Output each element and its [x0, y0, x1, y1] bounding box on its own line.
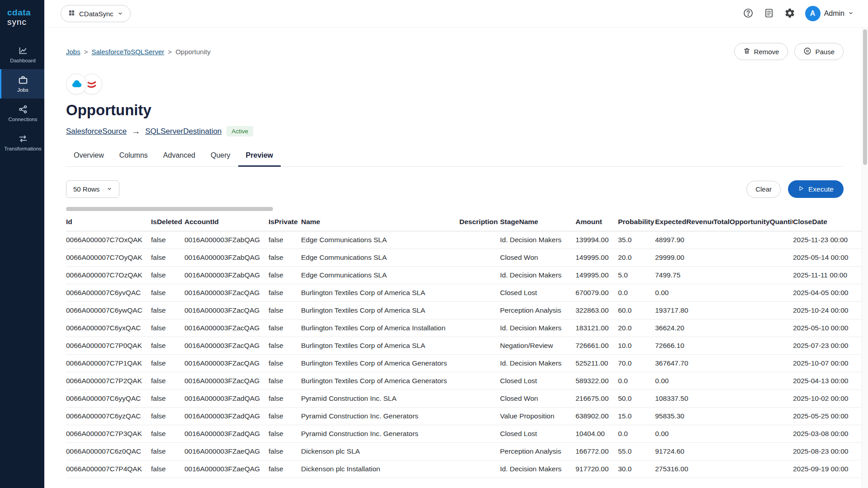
table-cell: [459, 302, 500, 319]
table-cell: Perception Analysis: [500, 302, 576, 319]
table-cell: false: [151, 390, 184, 408]
table-cell: 166772.00: [576, 443, 618, 460]
pause-button[interactable]: Pause: [794, 43, 844, 60]
avatar: A: [805, 6, 821, 21]
remove-button-label: Remove: [754, 48, 779, 56]
docs-button[interactable]: [764, 8, 774, 20]
preview-controls: 50 Rows Clear Execute: [66, 180, 868, 198]
table-row[interactable]: 0066A000007C7P2QAKfalse0016A000003FZacQA…: [66, 372, 868, 390]
table-cell: false: [151, 231, 184, 249]
table-cell: false: [151, 284, 184, 302]
logo-sync-text: sync: [7, 18, 38, 27]
table-cell: 183121.00: [576, 319, 618, 337]
sidebar-item-transformations[interactable]: Transformations: [0, 128, 44, 157]
clear-button[interactable]: Clear: [746, 181, 781, 198]
table-cell: Id. Decision Makers: [500, 355, 576, 372]
destination-link[interactable]: SQLServerDestination: [145, 127, 222, 136]
table-cell: false: [151, 302, 184, 319]
sidebar-item-dashboard[interactable]: Dashboard: [0, 40, 44, 69]
breadcrumb-job-link[interactable]: SalesforceToSQLServer: [91, 48, 164, 56]
horizontal-scrollbar-thumb[interactable]: [66, 207, 273, 211]
table-row[interactable]: 0066A000007C7P0QAKfalse0016A000003FZacQA…: [66, 337, 868, 355]
table-row[interactable]: 0066A000007C7P4QAKfalse0016A000003FZaeQA…: [66, 460, 868, 478]
table-cell: Id. Decision Makers: [500, 267, 576, 284]
sidebar-item-connections[interactable]: Connections: [0, 99, 44, 128]
tab-advanced[interactable]: Advanced: [156, 145, 203, 167]
table-cell: false: [151, 460, 184, 478]
table-row[interactable]: 0066A000007C6yzQACfalse0016A000003FZadQA…: [66, 408, 868, 425]
source-link[interactable]: SalesforceSource: [66, 127, 127, 136]
table-cell: 36624.20: [655, 319, 713, 337]
table-row[interactable]: 0066A000007C6yyQACfalse0016A000003FZadQA…: [66, 390, 868, 408]
settings-button[interactable]: [784, 8, 795, 20]
vertical-scrollbar[interactable]: [862, 28, 868, 488]
table-cell: [713, 302, 793, 319]
table-row[interactable]: 0066A000007C7OzQAKfalse0016A000003FZabQA…: [66, 267, 868, 284]
table-cell: 367647.70: [655, 355, 713, 372]
remove-button[interactable]: Remove: [734, 43, 788, 60]
table-cell: [459, 408, 500, 425]
table-cell: false: [151, 425, 184, 443]
document-icon: [764, 8, 774, 20]
table-cell: 2025-10-24 00:00: [793, 302, 868, 319]
table-row[interactable]: 0066A000007C7OyQAKfalse0016A000003FZabQA…: [66, 249, 868, 267]
table-cell: 670079.00: [576, 284, 618, 302]
app-selector-button[interactable]: CDataSync: [61, 5, 131, 22]
table-cell: false: [151, 355, 184, 372]
table-cell: 15.0: [618, 408, 655, 425]
table-row[interactable]: 0066A000007C6ywQACfalse0016A000003FZacQA…: [66, 302, 868, 319]
table-cell: Pyramid Construction Inc. Generators: [301, 408, 459, 425]
table-cell: 638902.00: [576, 408, 618, 425]
table-cell: 2025-09-19 00:00: [793, 460, 868, 478]
execute-button[interactable]: Execute: [788, 180, 844, 198]
table-cell: [713, 390, 793, 408]
table-cell: false: [151, 337, 184, 355]
table-row[interactable]: 0066A000007C7OxQAKfalse0016A000003FZabQA…: [66, 231, 868, 249]
tab-preview[interactable]: Preview: [238, 145, 281, 167]
table-cell: [459, 337, 500, 355]
breadcrumb-jobs-link[interactable]: Jobs: [66, 48, 80, 56]
table-cell: 216675.00: [576, 390, 618, 408]
table-cell: [459, 425, 500, 443]
logo-cdata-text: cdata: [7, 8, 38, 18]
tab-query[interactable]: Query: [203, 145, 238, 167]
tab-columns[interactable]: Columns: [112, 145, 156, 167]
table-cell: Closed Lost: [500, 284, 576, 302]
help-button[interactable]: [743, 8, 754, 20]
rows-count-select[interactable]: 50 Rows: [66, 180, 119, 198]
table-cell: Edge Communications SLA: [301, 231, 459, 249]
table-cell: Closed Lost: [500, 425, 576, 443]
job-tabs: Overview Columns Advanced Query Preview: [66, 145, 844, 167]
table-cell: 0.0: [618, 284, 655, 302]
vertical-scrollbar-thumb[interactable]: [863, 29, 867, 165]
table-cell: Id. Decision Makers: [500, 319, 576, 337]
table-cell: Closed Lost: [500, 372, 576, 390]
header-actions: A Admin: [743, 6, 854, 21]
tab-overview[interactable]: Overview: [66, 145, 112, 167]
salesforce-logo: [66, 74, 87, 94]
table-cell: 72666.10: [655, 337, 713, 355]
table-cell: 95835.30: [655, 408, 713, 425]
table-cell: [713, 443, 793, 460]
sidebar-item-jobs[interactable]: Jobs: [0, 69, 44, 99]
job-actions: Remove Pause: [734, 43, 844, 60]
table-row[interactable]: 0066A000007C6z0QACfalse0016A000003FZaeQA…: [66, 443, 868, 460]
table-row[interactable]: 0066A000007C6yxQACfalse0016A000003FZacQA…: [66, 319, 868, 337]
table-row[interactable]: 0066A000007C7P1QAKfalse0016A000003FZacQA…: [66, 355, 868, 372]
table-cell: 0066A000007C6yxQAC: [66, 319, 151, 337]
table-row[interactable]: 0066A000007C6yvQACfalse0016A000003FZacQA…: [66, 284, 868, 302]
user-menu[interactable]: A Admin: [805, 6, 854, 21]
table-cell: 2025-10-02 00:00: [793, 390, 868, 408]
execute-button-label: Execute: [808, 185, 834, 193]
table-cell: 525211.00: [576, 355, 618, 372]
table-cell: [459, 319, 500, 337]
table-cell: 30.0: [618, 460, 655, 478]
table-cell: 20.0: [618, 249, 655, 267]
table-cell: false: [269, 267, 301, 284]
table-cell: [459, 284, 500, 302]
table-row[interactable]: 0066A000007C7P3QAKfalse0016A000003FZadQA…: [66, 425, 868, 443]
table-cell: 7499.75: [655, 267, 713, 284]
table-cell: 29999.00: [655, 249, 713, 267]
table-cell: false: [269, 372, 301, 390]
play-icon: [798, 185, 804, 193]
